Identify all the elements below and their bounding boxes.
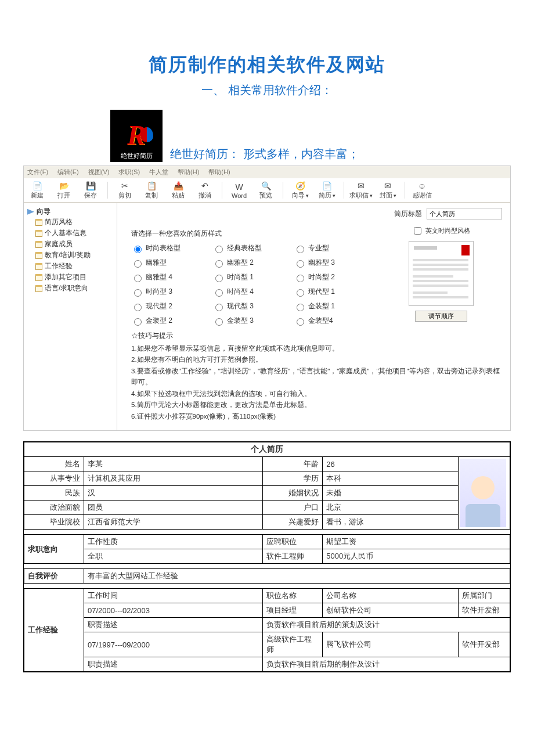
toolbar-label: 预览: [259, 191, 272, 200]
radio-icon[interactable]: [215, 275, 223, 282]
tree-node[interactable]: 家庭成员: [27, 239, 114, 250]
style-option[interactable]: 时尚型 3: [131, 287, 207, 297]
style-option[interactable]: 幽雅型 4: [131, 272, 207, 282]
toolbar-感谢信-button[interactable]: ☺感谢信: [409, 179, 435, 201]
toolbar-新建-button[interactable]: 📄新建: [24, 179, 50, 201]
tree-node[interactable]: 添加其它项目: [27, 272, 114, 283]
style-option[interactable]: 金装型 1: [294, 301, 369, 311]
radio-icon[interactable]: [297, 289, 304, 297]
style-option-label: 金装型 1: [308, 301, 335, 311]
style-option[interactable]: 现代型 3: [212, 301, 288, 311]
toolbar-封面-button[interactable]: ✉封面▾: [374, 179, 401, 201]
radio-icon[interactable]: [134, 289, 142, 297]
info-label: 婚姻状况: [263, 486, 323, 501]
menu-item[interactable]: 帮助(H): [208, 168, 230, 177]
style-option[interactable]: 幽雅型: [131, 258, 207, 268]
toolbar-简历-button[interactable]: 📄简历▾: [313, 179, 340, 201]
app-icon-label: 绝世好简历: [110, 150, 163, 162]
style-option[interactable]: 时尚型 4: [212, 287, 288, 297]
menu-item[interactable]: 编辑(E): [57, 168, 79, 177]
tree-node[interactable]: 教育/培训/奖励: [27, 250, 114, 261]
english-style-checkbox[interactable]: 英文时尚型风格: [412, 225, 470, 236]
menu-item[interactable]: 求职(S): [118, 168, 140, 177]
style-option-label: 金装型 2: [146, 316, 172, 326]
radio-icon[interactable]: [134, 246, 142, 253]
radio-icon[interactable]: [215, 260, 223, 268]
toolbar-icon: 📄: [321, 181, 333, 191]
radio-icon[interactable]: [215, 304, 223, 311]
toolbar-粘贴-button[interactable]: 📥粘贴: [165, 179, 192, 201]
style-option[interactable]: 现代型 1: [294, 287, 369, 297]
tree-node[interactable]: 语言/求职意向: [27, 283, 114, 294]
tip-item: 3.要查看或修改"工作经验"，"培训经历"，"教育经历"，"语言技能"，"家庭成…: [131, 366, 502, 388]
toolbar-剪切-button[interactable]: ✂剪切: [111, 179, 138, 201]
toolbar-label: 简历▾: [319, 191, 335, 200]
document-title: 简历制作的相关软件及网站: [23, 52, 511, 78]
info-label: 民族: [24, 486, 84, 501]
toolbar-Word-button[interactable]: WWord: [226, 181, 252, 200]
radio-icon[interactable]: [297, 318, 304, 326]
style-option[interactable]: 金装型 2: [131, 316, 207, 326]
style-option-label: 现代型 3: [227, 301, 254, 311]
style-thumbnail: [409, 241, 474, 306]
toolbar-向导-button[interactable]: 🧭向导▾: [287, 179, 313, 201]
radio-icon[interactable]: [297, 260, 304, 268]
toolbar-icon: ↶: [199, 181, 211, 191]
radio-icon[interactable]: [134, 318, 142, 326]
toolbar-撤消-button[interactable]: ↶撤消: [192, 179, 218, 201]
style-option[interactable]: 时尚型 2: [294, 272, 369, 282]
style-option[interactable]: 时尚表格型: [131, 243, 207, 253]
menu-item[interactable]: 帮助(H): [178, 168, 199, 177]
radio-icon[interactable]: [215, 246, 223, 253]
info-value: 看书，游泳: [323, 515, 459, 530]
style-option[interactable]: 幽雅型 2: [212, 258, 288, 268]
toolbar-label: 打开: [57, 191, 70, 200]
radio-icon[interactable]: [134, 275, 142, 282]
val-company: 腾飞软件公司: [323, 632, 459, 657]
val-salary: 5000元人民币: [323, 549, 510, 564]
resume-title-input[interactable]: [427, 208, 502, 219]
style-option[interactable]: 金装型 3: [212, 316, 288, 326]
toolbar-复制-button[interactable]: 📋复制: [138, 179, 165, 201]
style-option[interactable]: 时尚型 1: [212, 272, 288, 282]
radio-icon[interactable]: [215, 318, 223, 326]
toolbar-icon: ✉: [355, 181, 367, 191]
toolbar-保存-button[interactable]: 💾保存: [77, 179, 104, 201]
checkbox-icon[interactable]: [414, 227, 421, 235]
toolbar-label: 粘贴: [172, 191, 185, 200]
menu-item[interactable]: 视图(V): [88, 168, 110, 177]
adjust-order-button[interactable]: 调节顺序: [415, 311, 467, 322]
toolbar-求职信-button[interactable]: ✉求职信▾: [348, 179, 374, 201]
radio-icon[interactable]: [297, 304, 304, 311]
info-value: 江西省师范大学: [84, 515, 263, 530]
style-option[interactable]: 金装型4: [294, 316, 369, 326]
tree-node[interactable]: 个人基本信息: [27, 228, 114, 239]
style-option[interactable]: 专业型: [294, 243, 369, 253]
menu-item[interactable]: 文件(F): [27, 168, 48, 177]
tree-root[interactable]: 向导: [27, 207, 114, 217]
style-option-label: 金装型 3: [227, 316, 254, 326]
tips-heading: ☆技巧与提示: [131, 330, 502, 342]
style-option-label: 现代型 2: [146, 301, 172, 311]
checkbox-label: 英文时尚型风格: [425, 226, 470, 235]
toolbar-预览-button[interactable]: 🔍预览: [252, 179, 279, 201]
style-prompt: 请选择一种您喜欢的简历样式: [131, 229, 369, 239]
style-option[interactable]: 幽雅型 3: [294, 258, 369, 268]
radio-icon[interactable]: [297, 246, 304, 253]
style-option[interactable]: 现代型 2: [131, 301, 207, 311]
tree-node[interactable]: 简历风格: [27, 217, 114, 228]
toolbar-打开-button[interactable]: 📂打开: [50, 179, 77, 201]
radio-icon[interactable]: [297, 275, 304, 282]
avatar: [460, 459, 506, 527]
resume-table: 个人简历 姓名李某年龄26从事专业计算机及其应用学历本科民族汉婚姻状况未婚政治面…: [23, 441, 511, 672]
radio-icon[interactable]: [134, 260, 142, 268]
info-value: 团员: [84, 501, 263, 515]
radio-icon[interactable]: [134, 304, 142, 311]
menu-item[interactable]: 牛人堂: [149, 168, 168, 177]
radio-icon[interactable]: [215, 289, 223, 297]
resume-title-label: 简历标题: [394, 209, 422, 219]
resume-header: 个人简历: [24, 442, 510, 457]
val-title: 项目经理: [263, 603, 323, 618]
tree-node[interactable]: 工作经验: [27, 261, 114, 272]
style-option[interactable]: 经典表格型: [212, 243, 288, 253]
